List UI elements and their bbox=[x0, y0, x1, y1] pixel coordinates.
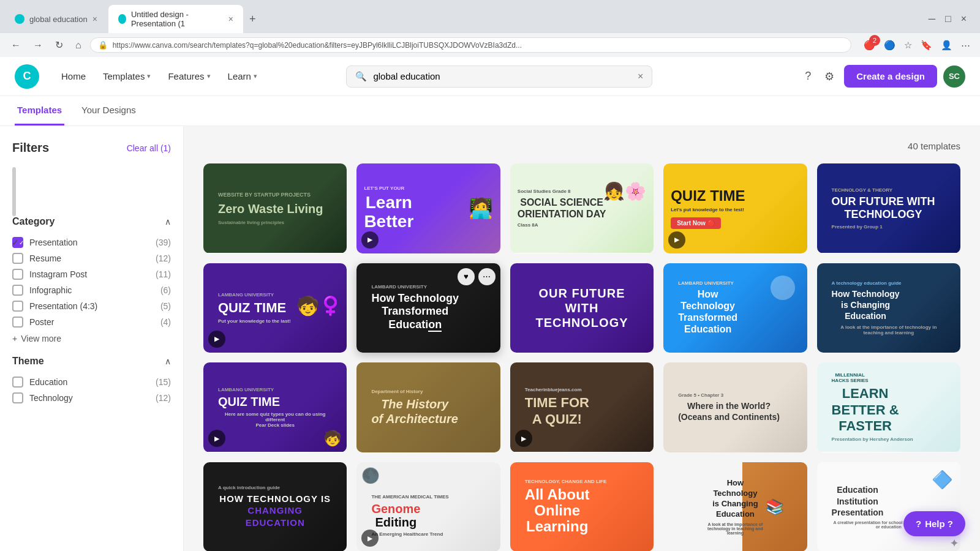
template-card-3[interactable]: Social Studies Grade 8 SOCIAL SCIENCEORI… bbox=[510, 163, 654, 253]
filter-resume[interactable]: Resume (12) bbox=[12, 250, 171, 266]
notification-badge: 2 bbox=[869, 35, 880, 46]
template-count: 40 templates bbox=[908, 141, 960, 151]
tab-label-1: global education bbox=[29, 15, 88, 24]
template-thumbnail-11: LAMBANG UNIVERSITY QUIZ TIME Here are so… bbox=[203, 362, 347, 452]
template-card-4[interactable]: QUIZ TIME Let's put knowledge to the tes… bbox=[663, 163, 807, 253]
filter-presentation-43[interactable]: Presentation (4:3) (5) bbox=[12, 298, 171, 314]
template-card-11[interactable]: LAMBANG UNIVERSITY QUIZ TIME Here are so… bbox=[203, 362, 347, 452]
learn-chevron-icon: ▾ bbox=[254, 72, 257, 80]
clear-all-button[interactable]: Clear all (1) bbox=[127, 143, 171, 153]
more-button-7[interactable]: ⋯ bbox=[478, 268, 496, 285]
presentation-checkbox[interactable]: ✓ bbox=[12, 237, 23, 248]
infographic-checkbox[interactable] bbox=[12, 285, 23, 296]
scroll-thumb[interactable] bbox=[12, 167, 16, 216]
filter-technology[interactable]: Technology (12) bbox=[12, 390, 171, 406]
close-window-button[interactable]: × bbox=[957, 11, 970, 27]
template-card-20[interactable]: 🔷 ✦ EducationInstitutionPresentation A c… bbox=[817, 462, 960, 552]
forward-button[interactable]: → bbox=[29, 37, 47, 53]
help-icon-button[interactable]: ? bbox=[801, 66, 815, 86]
filter-infographic[interactable]: Infographic (6) bbox=[12, 282, 171, 298]
template-card-15[interactable]: MILLENNIALHACKS SERIES LEARNBETTER &FAST… bbox=[817, 362, 960, 452]
template-card-1[interactable]: WEBSITE BY STARTUP PROJECTS Zero Waste L… bbox=[203, 163, 347, 253]
theme-title: Theme bbox=[12, 356, 44, 367]
nav-features[interactable]: Features ▾ bbox=[160, 66, 217, 86]
poster-count: (4) bbox=[160, 317, 171, 327]
template-card-9[interactable]: LAMBARD UNIVERSITY HowTechnologyTransfor… bbox=[663, 263, 807, 353]
tab-favicon-2 bbox=[118, 14, 126, 24]
template-card-17[interactable]: THE AMERICAN MEDICAL TIMES GenomeEditing… bbox=[356, 462, 500, 552]
theme-section-header[interactable]: Theme ∧ bbox=[12, 356, 171, 367]
template-thumbnail-5: TECHNOLOGY & THEORY OUR FUTURE WITHTECHN… bbox=[817, 163, 960, 253]
template-card-13[interactable]: Teacherinbluejeans.com TIME FORA QUIZ! ▶ bbox=[510, 362, 654, 452]
address-bar[interactable]: 🔒 bbox=[90, 37, 851, 53]
view-more-button[interactable]: + View more bbox=[12, 334, 171, 343]
heart-button-7[interactable]: ♥ bbox=[458, 268, 475, 285]
help-label: Help ? bbox=[925, 519, 953, 529]
tab-1[interactable]: global education × bbox=[5, 9, 107, 29]
tab-close-2[interactable]: × bbox=[228, 14, 233, 24]
tab-close-1[interactable]: × bbox=[92, 14, 97, 24]
filter-education[interactable]: Education (15) bbox=[12, 374, 171, 390]
template-card-12[interactable]: Department of History The Historyof Arch… bbox=[356, 362, 500, 452]
address-input[interactable] bbox=[113, 41, 843, 50]
maximize-button[interactable]: □ bbox=[941, 11, 955, 27]
template-thumbnail-6: LAMBANG UNIVERSITY QUIZ TIME Put your kn… bbox=[203, 263, 347, 353]
technology-count: (12) bbox=[156, 393, 171, 403]
canva-extension-icon[interactable]: 🔵 bbox=[881, 37, 898, 53]
bookmark-icon[interactable]: 🔖 bbox=[918, 37, 935, 53]
presentation-count: (39) bbox=[156, 238, 171, 247]
help-fab-button[interactable]: ? Help ? bbox=[903, 511, 965, 536]
template-card-2[interactable]: LET'S PUT YOUR LearnBetter 🧑‍💻 ▶ bbox=[356, 163, 500, 253]
template-card-16[interactable]: A quick introduction guide HOW TECHNOLOG… bbox=[203, 462, 347, 552]
create-design-button[interactable]: Create a design bbox=[844, 65, 937, 88]
content-header: 40 templates bbox=[203, 141, 960, 151]
sub-nav-your-designs[interactable]: Your Designs bbox=[79, 96, 138, 126]
nav-templates[interactable]: Templates ▾ bbox=[96, 66, 158, 86]
back-button[interactable]: ← bbox=[7, 37, 24, 53]
education-checkbox[interactable] bbox=[12, 377, 23, 388]
template-thumbnail-13: Teacherinbluejeans.com TIME FORA QUIZ! ▶ bbox=[510, 362, 654, 452]
presentation43-checkbox[interactable] bbox=[12, 301, 23, 312]
template-thumbnail-3: Social Studies Grade 8 SOCIAL SCIENCEORI… bbox=[510, 163, 654, 253]
category-title: Category bbox=[12, 216, 55, 227]
filter-presentation[interactable]: ✓ Presentation (39) bbox=[12, 234, 171, 250]
tab-2[interactable]: Untitled design - Presentation (1 × bbox=[108, 5, 243, 33]
nav-home[interactable]: Home bbox=[54, 66, 93, 86]
category-section-header[interactable]: Category ∧ bbox=[12, 216, 171, 227]
technology-label: Technology bbox=[29, 393, 149, 403]
main-layout: Filters Clear all (1) Category ∧ ✓ Prese… bbox=[0, 126, 980, 551]
search-bar[interactable]: 🔍 × bbox=[346, 66, 652, 88]
canva-logo[interactable]: C bbox=[15, 64, 39, 89]
template-card-7[interactable]: LAMBARD UNIVERSITY How TechnologyTransfo… bbox=[356, 263, 500, 353]
nav-learn[interactable]: Learn ▾ bbox=[221, 66, 265, 86]
favorites-icon[interactable]: ☆ bbox=[902, 37, 914, 53]
template-card-5[interactable]: TECHNOLOGY & THEORY OUR FUTURE WITHTECHN… bbox=[817, 163, 960, 253]
template-card-18[interactable]: TECHNOLOGY, CHANGE AND LIFE All AboutOnl… bbox=[510, 462, 654, 552]
nav-features-label: Features bbox=[168, 71, 204, 81]
profile-icon[interactable]: 👤 bbox=[938, 37, 955, 53]
reload-button[interactable]: ↻ bbox=[51, 37, 67, 53]
more-options-icon[interactable]: ⋯ bbox=[959, 37, 973, 53]
instagram-checkbox[interactable] bbox=[12, 269, 23, 280]
sub-nav-templates[interactable]: Templates bbox=[15, 96, 64, 126]
search-input[interactable] bbox=[373, 71, 631, 81]
template-card-8[interactable]: OUR FUTUREWITH TECHNOLOGY bbox=[510, 263, 654, 353]
settings-icon-button[interactable]: ⚙ bbox=[821, 66, 838, 87]
home-button[interactable]: ⌂ bbox=[72, 37, 85, 53]
new-tab-button[interactable]: + bbox=[244, 10, 261, 28]
template-card-6[interactable]: LAMBANG UNIVERSITY QUIZ TIME Put your kn… bbox=[203, 263, 347, 353]
play-badge-6: ▶ bbox=[208, 331, 225, 348]
filters-header: Filters Clear all (1) bbox=[12, 141, 171, 155]
filter-instagram[interactable]: Instagram Post (11) bbox=[12, 266, 171, 282]
avatar[interactable]: SC bbox=[943, 66, 965, 88]
minimize-button[interactable]: ─ bbox=[925, 11, 939, 27]
template-card-14[interactable]: Grade 5 • Chapter 3 Where in the World?(… bbox=[663, 362, 807, 452]
template-card-19[interactable]: 📚 How Technologyis ChangingEducation A l… bbox=[663, 462, 807, 552]
poster-checkbox[interactable] bbox=[12, 317, 23, 328]
template-card-10[interactable]: A technology education guide How Technol… bbox=[817, 263, 960, 353]
technology-checkbox[interactable] bbox=[12, 392, 23, 403]
template-thumbnail-17: THE AMERICAN MEDICAL TIMES GenomeEditing… bbox=[356, 462, 500, 552]
search-clear-button[interactable]: × bbox=[638, 71, 643, 82]
resume-checkbox[interactable] bbox=[12, 253, 23, 264]
filter-poster[interactable]: Poster (4) bbox=[12, 314, 171, 330]
